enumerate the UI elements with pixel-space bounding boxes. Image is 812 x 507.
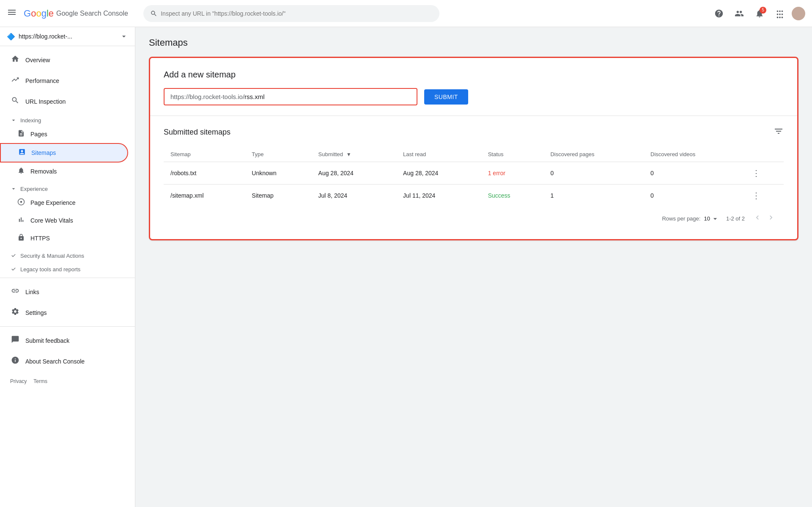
- cell-last-read: Jul 11, 2024: [396, 185, 481, 207]
- sidebar-item-label: Core Web Vitals: [30, 217, 73, 224]
- col-type: Type: [245, 147, 311, 162]
- col-sitemap: Sitemap: [164, 147, 245, 162]
- cell-submitted: Jul 8, 2024: [312, 185, 397, 207]
- sidebar-section-legacy[interactable]: Legacy tools and reports: [0, 261, 135, 274]
- help-button[interactable]: [710, 5, 727, 22]
- sitemaps-table: Sitemap Type Submitted ▼ Last read Statu…: [164, 147, 784, 207]
- sitemaps-icon: [18, 148, 26, 157]
- cell-sitemap: /robots.txt: [164, 162, 245, 185]
- next-page-button[interactable]: [765, 212, 777, 226]
- section-expand-icon: [10, 117, 17, 124]
- sidebar-item-label: Settings: [25, 309, 47, 316]
- prev-page-button[interactable]: [752, 212, 763, 226]
- page-title: Sitemaps: [149, 37, 798, 48]
- sidebar-item-core-web-vitals[interactable]: Core Web Vitals: [0, 212, 128, 229]
- section-label: Security & Manual Actions: [20, 253, 84, 259]
- col-discovered-pages: Discovered pages: [543, 147, 644, 162]
- rows-dropdown-icon: [711, 215, 719, 223]
- search-bar[interactable]: [143, 5, 439, 22]
- cell-type: Sitemap: [245, 185, 311, 207]
- notifications-button[interactable]: 5: [751, 5, 768, 22]
- col-status: Status: [481, 147, 544, 162]
- property-selector[interactable]: 🔷 https://blog.rocket-...: [0, 27, 135, 46]
- removals-icon: [17, 167, 25, 176]
- sidebar-item-label: Removals: [30, 168, 57, 175]
- overview-icon: [10, 55, 20, 65]
- submitted-title: Submitted sitemaps: [164, 128, 230, 137]
- sitemap-path-input[interactable]: [244, 93, 411, 100]
- sidebar-section-experience[interactable]: Experience: [0, 180, 135, 194]
- sidebar-section-security[interactable]: Security & Manual Actions: [0, 247, 135, 261]
- cell-more[interactable]: ⋮: [745, 185, 784, 207]
- sidebar-item-label: Sitemaps: [31, 149, 56, 156]
- col-submitted[interactable]: Submitted ▼: [312, 147, 397, 162]
- section-expand-icon: [10, 252, 17, 259]
- cell-type: Unknown: [245, 162, 311, 185]
- cell-discovered-videos: 0: [644, 185, 745, 207]
- rows-per-page: Rows per page: 10: [662, 215, 719, 223]
- rows-per-page-dropdown[interactable]: 10: [704, 215, 719, 223]
- sidebar-item-page-experience[interactable]: Page Experience: [0, 194, 128, 212]
- terms-link[interactable]: Terms: [33, 378, 47, 384]
- add-sitemap-form: https://blog.rocket-tools.io/ SUBMIT: [164, 88, 784, 105]
- add-sitemap-title: Add a new sitemap: [164, 70, 784, 80]
- pages-icon: [17, 130, 25, 139]
- sidebar-item-label: Overview: [25, 57, 50, 63]
- pagination-nav: [752, 212, 777, 226]
- section-expand-icon: [10, 185, 17, 192]
- section-label: Legacy tools and reports: [20, 266, 80, 273]
- col-last-read: Last read: [396, 147, 481, 162]
- sidebar-divider-2: [0, 326, 135, 327]
- content-area: Sitemaps Add a new sitemap https://blog.…: [135, 27, 812, 507]
- sidebar-item-label: URL Inspection: [25, 98, 66, 105]
- sidebar-section-indexing[interactable]: Indexing: [0, 112, 135, 125]
- section-label: Experience: [20, 186, 48, 192]
- sidebar-item-removals[interactable]: Removals: [0, 163, 128, 180]
- property-icon: 🔷: [7, 33, 15, 41]
- sidebar-item-pages[interactable]: Pages: [0, 125, 128, 143]
- property-dropdown-icon: [120, 32, 128, 41]
- user-avatar[interactable]: [792, 7, 805, 20]
- more-menu-icon[interactable]: ⋮: [752, 168, 760, 178]
- pagination-range: 1-2 of 2: [726, 215, 745, 222]
- apps-button[interactable]: [771, 5, 788, 22]
- privacy-link[interactable]: Privacy: [10, 378, 27, 384]
- main-layout: 🔷 https://blog.rocket-... Overview Perfo…: [0, 27, 812, 507]
- accounts-button[interactable]: [731, 5, 748, 22]
- property-label: https://blog.rocket-...: [19, 33, 72, 40]
- links-icon: [10, 287, 20, 297]
- settings-icon: [10, 307, 20, 318]
- sidebar: 🔷 https://blog.rocket-... Overview Perfo…: [0, 27, 135, 507]
- sidebar-item-label: Performance: [25, 77, 59, 84]
- menu-icon[interactable]: [7, 7, 17, 19]
- sidebar-item-sitemaps[interactable]: Sitemaps: [0, 143, 128, 163]
- notification-badge: 5: [760, 7, 766, 14]
- submit-feedback-icon: [10, 335, 20, 346]
- cell-more[interactable]: ⋮: [745, 162, 784, 185]
- filter-icon[interactable]: [774, 126, 784, 138]
- sidebar-item-https[interactable]: HTTPS: [0, 229, 128, 247]
- app-name: Google Search Console: [56, 10, 128, 17]
- topbar-icons: 5: [710, 5, 805, 22]
- sidebar-item-about[interactable]: About Search Console: [0, 351, 128, 372]
- sidebar-item-links[interactable]: Links: [0, 281, 128, 302]
- more-menu-icon[interactable]: ⋮: [752, 191, 760, 200]
- sidebar-item-performance[interactable]: Performance: [0, 70, 128, 91]
- sidebar-item-overview[interactable]: Overview: [0, 50, 128, 70]
- sidebar-item-url-inspection[interactable]: URL Inspection: [0, 91, 128, 112]
- sidebar-item-settings[interactable]: Settings: [0, 302, 128, 323]
- app-logo: Google Google Search Console: [24, 8, 128, 19]
- topbar: Google Google Search Console 5: [0, 0, 812, 27]
- submit-sitemap-button[interactable]: SUBMIT: [424, 89, 468, 105]
- sidebar-item-label: Submit feedback: [25, 337, 69, 344]
- rows-per-page-label: Rows per page:: [662, 215, 700, 222]
- sidebar-item-label: About Search Console: [25, 358, 85, 365]
- table-row: /sitemap.xml Sitemap Jul 8, 2024 Jul 11,…: [164, 185, 784, 207]
- cell-status: Success: [481, 185, 544, 207]
- sidebar-item-submit-feedback[interactable]: Submit feedback: [0, 330, 128, 351]
- cell-status: 1 error: [481, 162, 544, 185]
- svg-point-1: [20, 201, 22, 203]
- section-expand-icon: [10, 266, 17, 273]
- search-input[interactable]: [161, 10, 433, 17]
- sitemaps-card: Add a new sitemap https://blog.rocket-to…: [149, 57, 798, 240]
